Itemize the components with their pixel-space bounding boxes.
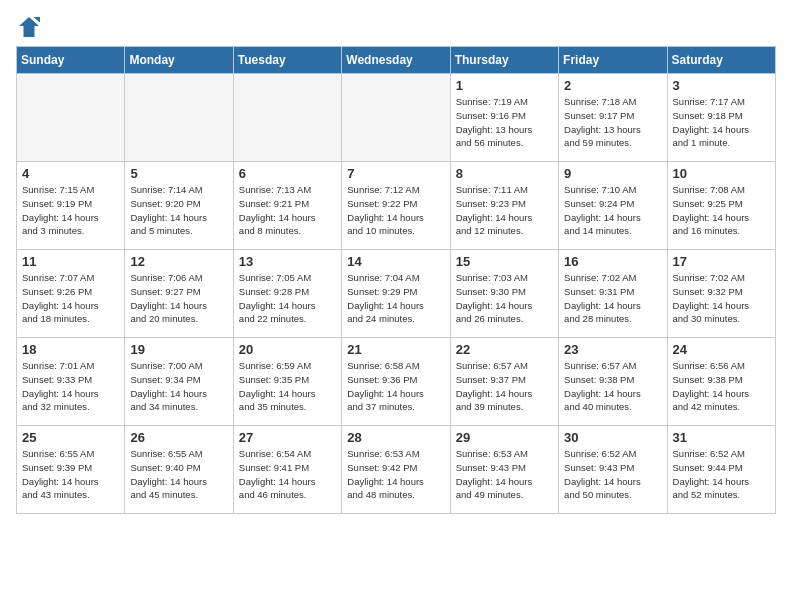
day-number: 14: [347, 254, 444, 269]
day-info: Sunrise: 7:15 AM Sunset: 9:19 PM Dayligh…: [22, 183, 119, 238]
day-info: Sunrise: 7:07 AM Sunset: 9:26 PM Dayligh…: [22, 271, 119, 326]
calendar-cell: 12Sunrise: 7:06 AM Sunset: 9:27 PM Dayli…: [125, 250, 233, 338]
header-sunday: Sunday: [17, 47, 125, 74]
day-info: Sunrise: 7:08 AM Sunset: 9:25 PM Dayligh…: [673, 183, 770, 238]
calendar-cell: 22Sunrise: 6:57 AM Sunset: 9:37 PM Dayli…: [450, 338, 558, 426]
day-info: Sunrise: 7:05 AM Sunset: 9:28 PM Dayligh…: [239, 271, 336, 326]
day-number: 15: [456, 254, 553, 269]
day-info: Sunrise: 7:17 AM Sunset: 9:18 PM Dayligh…: [673, 95, 770, 150]
calendar-cell: 7Sunrise: 7:12 AM Sunset: 9:22 PM Daylig…: [342, 162, 450, 250]
logo: [16, 16, 42, 42]
day-number: 19: [130, 342, 227, 357]
day-info: Sunrise: 7:06 AM Sunset: 9:27 PM Dayligh…: [130, 271, 227, 326]
day-info: Sunrise: 7:01 AM Sunset: 9:33 PM Dayligh…: [22, 359, 119, 414]
day-info: Sunrise: 7:19 AM Sunset: 9:16 PM Dayligh…: [456, 95, 553, 150]
calendar-cell: 19Sunrise: 7:00 AM Sunset: 9:34 PM Dayli…: [125, 338, 233, 426]
page-header: [16, 16, 776, 42]
calendar-cell: 27Sunrise: 6:54 AM Sunset: 9:41 PM Dayli…: [233, 426, 341, 514]
day-info: Sunrise: 6:59 AM Sunset: 9:35 PM Dayligh…: [239, 359, 336, 414]
calendar-cell: 8Sunrise: 7:11 AM Sunset: 9:23 PM Daylig…: [450, 162, 558, 250]
day-info: Sunrise: 6:57 AM Sunset: 9:38 PM Dayligh…: [564, 359, 661, 414]
day-number: 27: [239, 430, 336, 445]
header-monday: Monday: [125, 47, 233, 74]
day-info: Sunrise: 6:52 AM Sunset: 9:43 PM Dayligh…: [564, 447, 661, 502]
day-number: 8: [456, 166, 553, 181]
day-number: 24: [673, 342, 770, 357]
day-number: 21: [347, 342, 444, 357]
calendar-cell: 6Sunrise: 7:13 AM Sunset: 9:21 PM Daylig…: [233, 162, 341, 250]
day-number: 17: [673, 254, 770, 269]
day-number: 11: [22, 254, 119, 269]
day-info: Sunrise: 6:53 AM Sunset: 9:42 PM Dayligh…: [347, 447, 444, 502]
logo-icon: [18, 16, 40, 38]
calendar-cell: 24Sunrise: 6:56 AM Sunset: 9:38 PM Dayli…: [667, 338, 775, 426]
day-info: Sunrise: 7:14 AM Sunset: 9:20 PM Dayligh…: [130, 183, 227, 238]
calendar-cell: [342, 74, 450, 162]
calendar-cell: 29Sunrise: 6:53 AM Sunset: 9:43 PM Dayli…: [450, 426, 558, 514]
svg-marker-1: [33, 17, 40, 23]
day-number: 18: [22, 342, 119, 357]
calendar-cell: 2Sunrise: 7:18 AM Sunset: 9:17 PM Daylig…: [559, 74, 667, 162]
day-number: 10: [673, 166, 770, 181]
calendar-cell: 25Sunrise: 6:55 AM Sunset: 9:39 PM Dayli…: [17, 426, 125, 514]
week-row-0: 1Sunrise: 7:19 AM Sunset: 9:16 PM Daylig…: [17, 74, 776, 162]
calendar-cell: 4Sunrise: 7:15 AM Sunset: 9:19 PM Daylig…: [17, 162, 125, 250]
day-number: 16: [564, 254, 661, 269]
day-number: 23: [564, 342, 661, 357]
day-number: 9: [564, 166, 661, 181]
calendar-cell: 5Sunrise: 7:14 AM Sunset: 9:20 PM Daylig…: [125, 162, 233, 250]
week-row-1: 4Sunrise: 7:15 AM Sunset: 9:19 PM Daylig…: [17, 162, 776, 250]
day-number: 20: [239, 342, 336, 357]
calendar-table: SundayMondayTuesdayWednesdayThursdayFrid…: [16, 46, 776, 514]
day-number: 6: [239, 166, 336, 181]
calendar-cell: 26Sunrise: 6:55 AM Sunset: 9:40 PM Dayli…: [125, 426, 233, 514]
day-info: Sunrise: 7:10 AM Sunset: 9:24 PM Dayligh…: [564, 183, 661, 238]
day-number: 2: [564, 78, 661, 93]
calendar-cell: 28Sunrise: 6:53 AM Sunset: 9:42 PM Dayli…: [342, 426, 450, 514]
week-row-2: 11Sunrise: 7:07 AM Sunset: 9:26 PM Dayli…: [17, 250, 776, 338]
calendar-cell: 30Sunrise: 6:52 AM Sunset: 9:43 PM Dayli…: [559, 426, 667, 514]
header-tuesday: Tuesday: [233, 47, 341, 74]
day-info: Sunrise: 7:18 AM Sunset: 9:17 PM Dayligh…: [564, 95, 661, 150]
day-info: Sunrise: 6:54 AM Sunset: 9:41 PM Dayligh…: [239, 447, 336, 502]
calendar-cell: 16Sunrise: 7:02 AM Sunset: 9:31 PM Dayli…: [559, 250, 667, 338]
day-info: Sunrise: 7:13 AM Sunset: 9:21 PM Dayligh…: [239, 183, 336, 238]
week-row-3: 18Sunrise: 7:01 AM Sunset: 9:33 PM Dayli…: [17, 338, 776, 426]
day-info: Sunrise: 7:02 AM Sunset: 9:31 PM Dayligh…: [564, 271, 661, 326]
calendar-cell: 21Sunrise: 6:58 AM Sunset: 9:36 PM Dayli…: [342, 338, 450, 426]
calendar-cell: 3Sunrise: 7:17 AM Sunset: 9:18 PM Daylig…: [667, 74, 775, 162]
day-info: Sunrise: 6:52 AM Sunset: 9:44 PM Dayligh…: [673, 447, 770, 502]
day-number: 3: [673, 78, 770, 93]
day-number: 31: [673, 430, 770, 445]
day-number: 30: [564, 430, 661, 445]
calendar-cell: 31Sunrise: 6:52 AM Sunset: 9:44 PM Dayli…: [667, 426, 775, 514]
header-saturday: Saturday: [667, 47, 775, 74]
calendar-cell: 9Sunrise: 7:10 AM Sunset: 9:24 PM Daylig…: [559, 162, 667, 250]
calendar-cell: [17, 74, 125, 162]
day-info: Sunrise: 7:04 AM Sunset: 9:29 PM Dayligh…: [347, 271, 444, 326]
day-info: Sunrise: 6:53 AM Sunset: 9:43 PM Dayligh…: [456, 447, 553, 502]
day-info: Sunrise: 7:11 AM Sunset: 9:23 PM Dayligh…: [456, 183, 553, 238]
calendar-cell: 14Sunrise: 7:04 AM Sunset: 9:29 PM Dayli…: [342, 250, 450, 338]
day-number: 25: [22, 430, 119, 445]
calendar-cell: [233, 74, 341, 162]
header-thursday: Thursday: [450, 47, 558, 74]
calendar-cell: 15Sunrise: 7:03 AM Sunset: 9:30 PM Dayli…: [450, 250, 558, 338]
calendar-cell: 23Sunrise: 6:57 AM Sunset: 9:38 PM Dayli…: [559, 338, 667, 426]
day-number: 12: [130, 254, 227, 269]
week-row-4: 25Sunrise: 6:55 AM Sunset: 9:39 PM Dayli…: [17, 426, 776, 514]
day-info: Sunrise: 6:57 AM Sunset: 9:37 PM Dayligh…: [456, 359, 553, 414]
day-number: 22: [456, 342, 553, 357]
day-info: Sunrise: 6:55 AM Sunset: 9:40 PM Dayligh…: [130, 447, 227, 502]
header-row: SundayMondayTuesdayWednesdayThursdayFrid…: [17, 47, 776, 74]
day-number: 5: [130, 166, 227, 181]
day-info: Sunrise: 6:56 AM Sunset: 9:38 PM Dayligh…: [673, 359, 770, 414]
day-info: Sunrise: 7:00 AM Sunset: 9:34 PM Dayligh…: [130, 359, 227, 414]
calendar-cell: [125, 74, 233, 162]
calendar-cell: 13Sunrise: 7:05 AM Sunset: 9:28 PM Dayli…: [233, 250, 341, 338]
svg-marker-0: [19, 17, 39, 37]
day-number: 26: [130, 430, 227, 445]
day-info: Sunrise: 7:02 AM Sunset: 9:32 PM Dayligh…: [673, 271, 770, 326]
header-friday: Friday: [559, 47, 667, 74]
day-info: Sunrise: 7:12 AM Sunset: 9:22 PM Dayligh…: [347, 183, 444, 238]
